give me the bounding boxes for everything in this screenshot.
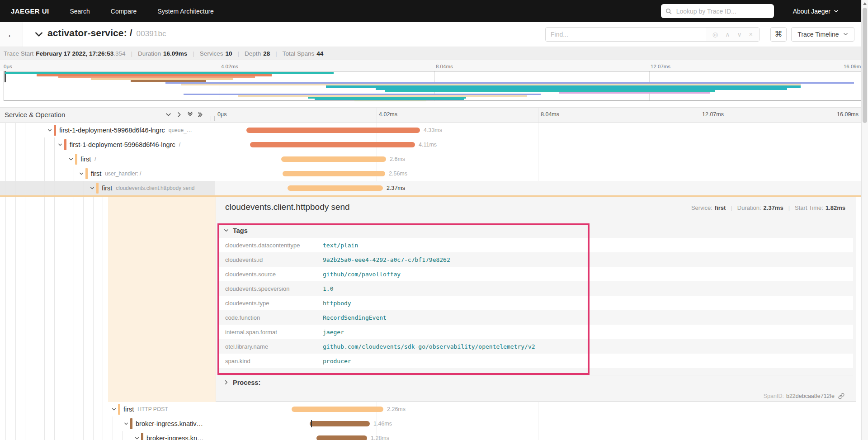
minimap-tick-label: 12.07ms xyxy=(651,64,670,69)
tag-key: internal.span.format xyxy=(218,329,323,336)
tag-row[interactable]: cloudevents.typehttpbody xyxy=(218,296,853,310)
trace-minimap[interactable] xyxy=(4,71,864,101)
top-nav: JAEGER UI Search Compare System Architec… xyxy=(0,0,861,22)
chevron-down-icon xyxy=(224,227,229,235)
next-match-icon[interactable]: ∨ xyxy=(737,31,742,38)
service-color-indicator xyxy=(118,404,120,415)
app-logo[interactable]: JAEGER UI xyxy=(11,7,49,15)
span-bar[interactable] xyxy=(316,435,367,440)
indent-guide xyxy=(64,197,64,402)
chevron-down-icon[interactable] xyxy=(124,421,128,426)
tag-row[interactable]: cloudevents.datacontenttypetext/plain xyxy=(218,238,853,252)
span-bar[interactable] xyxy=(292,407,383,412)
span-row[interactable]: first/2.6ms xyxy=(0,152,861,166)
chevron-down-icon[interactable] xyxy=(69,157,73,161)
service-name: first-1-deployment-59968d6f46-lngrc xyxy=(59,127,165,134)
tag-row[interactable]: span.kindproducer xyxy=(218,354,853,368)
keyboard-shortcuts-button[interactable]: ⌘ xyxy=(770,27,787,42)
find-input[interactable] xyxy=(546,28,706,41)
tag-row[interactable]: internal.span.formatjaeger xyxy=(218,325,853,339)
trace-summary-bar: Trace StartFebruary 17 2022, 17:26:53.35… xyxy=(0,47,861,60)
chevron-down-icon[interactable] xyxy=(90,186,94,190)
detail-left-gutter xyxy=(0,197,216,402)
span-row[interactable]: broker-ingress.knativ…1.46ms xyxy=(0,416,861,431)
expand-all-icon[interactable] xyxy=(198,112,204,118)
scroll-to-match-icon[interactable]: ◎ xyxy=(712,31,718,38)
collapse-all-icon[interactable] xyxy=(187,112,193,118)
indent-guide xyxy=(5,197,6,402)
tag-row[interactable]: cloudevents.sourcegithub/com/pavolloffay xyxy=(218,267,853,281)
prev-match-icon[interactable]: ∧ xyxy=(725,31,730,38)
tag-key: cloudevents.source xyxy=(218,271,323,278)
nav-item-search[interactable]: Search xyxy=(70,8,90,15)
tag-row[interactable]: otel.library.namegithub.com/cloudevents/… xyxy=(218,339,853,354)
trace-header: ← activator-service: /00391bc ◎ ∧ ∨ × ⌘ … xyxy=(0,22,861,47)
operation-name: user_handler: / xyxy=(105,170,141,177)
span-bar[interactable] xyxy=(250,142,415,147)
service-color-indicator xyxy=(141,433,143,440)
span-row[interactable]: first-1-deployment-59968d6f46-lngrc/4.11… xyxy=(0,137,861,152)
chevron-down-icon[interactable] xyxy=(47,128,52,132)
tags-title: Tags xyxy=(233,227,248,234)
service-name: broker-ingress.kn… xyxy=(146,435,204,440)
span-id-row: SpanID: b22debcaa8e712fe xyxy=(764,393,844,399)
span-bar[interactable] xyxy=(310,421,370,426)
chevron-down-icon[interactable] xyxy=(112,407,116,412)
span-bar[interactable] xyxy=(246,128,420,133)
column-resize-grip[interactable] xyxy=(211,116,215,121)
span-id-label: SpanID: xyxy=(764,393,784,399)
detail-meta-item: Duration:2.37ms xyxy=(737,204,783,211)
chevron-down-icon[interactable] xyxy=(135,436,139,440)
trace-id-search-input[interactable] xyxy=(675,7,769,15)
back-button[interactable]: ← xyxy=(0,22,23,47)
span-duration-label: 4.33ms xyxy=(424,123,442,137)
nav-item-compare[interactable]: Compare xyxy=(111,8,137,15)
span-duration-label: 4.11ms xyxy=(419,137,437,152)
tag-key: cloudevents.datacontenttype xyxy=(218,242,323,249)
span-row[interactable]: broker-ingress.kn…1.28ms xyxy=(0,431,861,440)
timeline-tick-label: 16.09ms xyxy=(837,111,859,118)
scrollbar-thumb[interactable] xyxy=(863,8,867,123)
service-name: first xyxy=(91,170,101,177)
span-bar[interactable] xyxy=(288,185,383,191)
about-jaeger-menu[interactable]: About Jaeger xyxy=(793,8,839,15)
tags-section: Tags cloudevents.datacontenttypetext/pla… xyxy=(218,223,853,368)
chevron-down-icon[interactable] xyxy=(79,171,84,176)
tag-key: cloudevents.type xyxy=(218,300,323,307)
span-bar[interactable] xyxy=(281,156,386,162)
tag-value: producer xyxy=(323,358,351,364)
trace-collapse-chevron-down-icon[interactable] xyxy=(34,30,43,41)
expand-one-icon[interactable] xyxy=(176,112,182,118)
chevron-down-icon[interactable] xyxy=(58,142,62,147)
span-table-header: Service & Operation 0μs4.02ms8.04ms12.07… xyxy=(0,107,861,123)
span-id-value: b22debcaa8e712fe xyxy=(786,393,835,399)
indent-guide xyxy=(25,197,25,402)
minimap-tick-label: 4.02ms xyxy=(221,64,238,69)
tags-section-header[interactable]: Tags xyxy=(218,223,853,238)
tag-row[interactable]: cloudevents.specversion1.0 xyxy=(218,281,853,296)
scrollbar-up-arrow-icon[interactable] xyxy=(863,2,867,5)
service-operation-header: Service & Operation xyxy=(5,111,65,118)
collapse-one-icon[interactable] xyxy=(165,112,171,118)
span-row[interactable]: firstHTTP POST2.26ms xyxy=(0,402,861,416)
tag-row[interactable]: cloudevents.id9a2b25a0-eee4-4292-a0c7-c7… xyxy=(218,252,853,267)
vertical-scrollbar[interactable] xyxy=(861,0,868,440)
timeline-gridline xyxy=(377,108,377,123)
span-row[interactable]: firstcloudevents.client.httpbody send2.3… xyxy=(0,181,861,195)
trace-view-select[interactable]: Trace Timeline xyxy=(791,27,854,42)
chevron-right-icon xyxy=(224,378,229,387)
tag-row[interactable]: code.functionRecordSendingEvent xyxy=(218,310,853,325)
span-bar[interactable] xyxy=(283,171,385,176)
span-row[interactable]: first-1-deployment-59968d6f46-lngrcqueue… xyxy=(0,123,861,137)
clear-find-icon[interactable]: × xyxy=(749,31,753,38)
nav-item-system-architecture[interactable]: System Architecture xyxy=(157,8,214,15)
trace-id-search-box[interactable] xyxy=(661,4,774,18)
service-name: first-1-deployment-59968d6f46-lngrc xyxy=(70,141,175,148)
minimap-tick-labels: 0μs4.02ms8.04ms12.07ms16.09ms xyxy=(0,60,868,71)
minimap-span-bar xyxy=(354,100,426,101)
column-divider[interactable] xyxy=(215,108,215,123)
link-icon[interactable] xyxy=(838,393,844,399)
service-color-indicator xyxy=(54,125,56,136)
span-row[interactable]: firstuser_handler: /2.56ms xyxy=(0,166,861,181)
process-section-header[interactable]: Process: xyxy=(218,375,853,389)
